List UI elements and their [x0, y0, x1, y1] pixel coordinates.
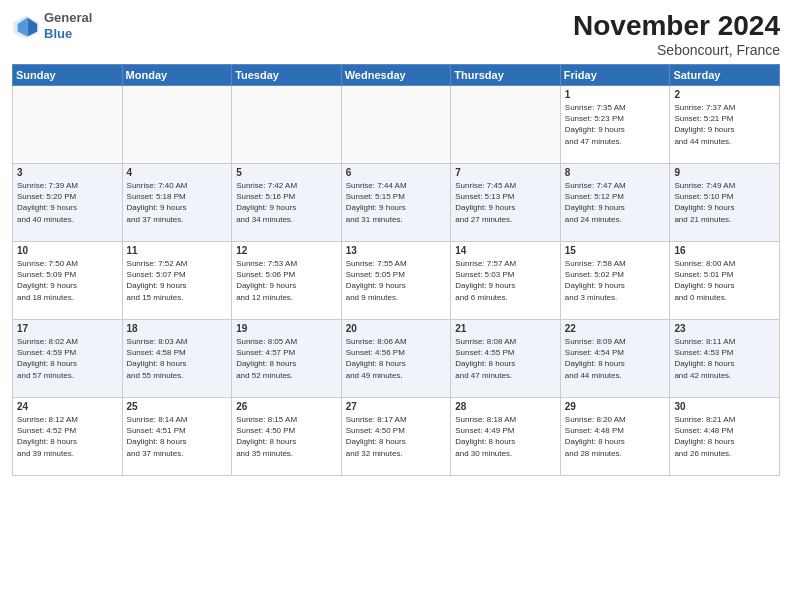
weekday-header: Wednesday — [341, 65, 451, 86]
calendar-cell: 19Sunrise: 8:05 AM Sunset: 4:57 PM Dayli… — [232, 320, 342, 398]
day-info: Sunrise: 8:15 AM Sunset: 4:50 PM Dayligh… — [236, 414, 337, 459]
day-number: 9 — [674, 167, 775, 178]
day-info: Sunrise: 7:37 AM Sunset: 5:21 PM Dayligh… — [674, 102, 775, 147]
calendar-cell: 6Sunrise: 7:44 AM Sunset: 5:15 PM Daylig… — [341, 164, 451, 242]
weekday-header: Friday — [560, 65, 670, 86]
day-info: Sunrise: 7:55 AM Sunset: 5:05 PM Dayligh… — [346, 258, 447, 303]
day-number: 12 — [236, 245, 337, 256]
day-number: 1 — [565, 89, 666, 100]
day-number: 27 — [346, 401, 447, 412]
weekday-header: Saturday — [670, 65, 780, 86]
day-info: Sunrise: 8:02 AM Sunset: 4:59 PM Dayligh… — [17, 336, 118, 381]
day-info: Sunrise: 7:47 AM Sunset: 5:12 PM Dayligh… — [565, 180, 666, 225]
day-info: Sunrise: 8:17 AM Sunset: 4:50 PM Dayligh… — [346, 414, 447, 459]
day-number: 2 — [674, 89, 775, 100]
day-info: Sunrise: 8:03 AM Sunset: 4:58 PM Dayligh… — [127, 336, 228, 381]
day-info: Sunrise: 7:42 AM Sunset: 5:16 PM Dayligh… — [236, 180, 337, 225]
calendar-cell: 29Sunrise: 8:20 AM Sunset: 4:48 PM Dayli… — [560, 398, 670, 476]
day-number: 14 — [455, 245, 556, 256]
calendar-cell: 8Sunrise: 7:47 AM Sunset: 5:12 PM Daylig… — [560, 164, 670, 242]
day-info: Sunrise: 8:08 AM Sunset: 4:55 PM Dayligh… — [455, 336, 556, 381]
calendar-cell: 2Sunrise: 7:37 AM Sunset: 5:21 PM Daylig… — [670, 86, 780, 164]
calendar-cell: 18Sunrise: 8:03 AM Sunset: 4:58 PM Dayli… — [122, 320, 232, 398]
calendar-cell: 7Sunrise: 7:45 AM Sunset: 5:13 PM Daylig… — [451, 164, 561, 242]
day-info: Sunrise: 8:06 AM Sunset: 4:56 PM Dayligh… — [346, 336, 447, 381]
day-number: 28 — [455, 401, 556, 412]
calendar-cell: 26Sunrise: 8:15 AM Sunset: 4:50 PM Dayli… — [232, 398, 342, 476]
title-block: November 2024 Seboncourt, France — [573, 10, 780, 58]
calendar-table: SundayMondayTuesdayWednesdayThursdayFrid… — [12, 64, 780, 476]
day-info: Sunrise: 8:12 AM Sunset: 4:52 PM Dayligh… — [17, 414, 118, 459]
calendar-cell: 5Sunrise: 7:42 AM Sunset: 5:16 PM Daylig… — [232, 164, 342, 242]
day-info: Sunrise: 7:52 AM Sunset: 5:07 PM Dayligh… — [127, 258, 228, 303]
logo-blue: Blue — [44, 26, 72, 41]
day-number: 13 — [346, 245, 447, 256]
day-number: 23 — [674, 323, 775, 334]
day-number: 15 — [565, 245, 666, 256]
day-info: Sunrise: 7:57 AM Sunset: 5:03 PM Dayligh… — [455, 258, 556, 303]
calendar-cell — [451, 86, 561, 164]
day-number: 7 — [455, 167, 556, 178]
page-header: General Blue November 2024 Seboncourt, F… — [12, 10, 780, 58]
day-info: Sunrise: 8:14 AM Sunset: 4:51 PM Dayligh… — [127, 414, 228, 459]
day-number: 16 — [674, 245, 775, 256]
day-number: 22 — [565, 323, 666, 334]
calendar-cell: 27Sunrise: 8:17 AM Sunset: 4:50 PM Dayli… — [341, 398, 451, 476]
day-number: 4 — [127, 167, 228, 178]
calendar-cell: 21Sunrise: 8:08 AM Sunset: 4:55 PM Dayli… — [451, 320, 561, 398]
calendar-cell — [232, 86, 342, 164]
calendar-cell: 12Sunrise: 7:53 AM Sunset: 5:06 PM Dayli… — [232, 242, 342, 320]
day-info: Sunrise: 8:20 AM Sunset: 4:48 PM Dayligh… — [565, 414, 666, 459]
day-info: Sunrise: 8:05 AM Sunset: 4:57 PM Dayligh… — [236, 336, 337, 381]
day-number: 19 — [236, 323, 337, 334]
calendar-cell — [13, 86, 123, 164]
calendar-cell: 10Sunrise: 7:50 AM Sunset: 5:09 PM Dayli… — [13, 242, 123, 320]
day-info: Sunrise: 7:49 AM Sunset: 5:10 PM Dayligh… — [674, 180, 775, 225]
day-number: 5 — [236, 167, 337, 178]
calendar-week-row: 17Sunrise: 8:02 AM Sunset: 4:59 PM Dayli… — [13, 320, 780, 398]
logo-text: General Blue — [44, 10, 92, 41]
calendar-cell: 23Sunrise: 8:11 AM Sunset: 4:53 PM Dayli… — [670, 320, 780, 398]
day-number: 3 — [17, 167, 118, 178]
day-info: Sunrise: 8:21 AM Sunset: 4:48 PM Dayligh… — [674, 414, 775, 459]
calendar-week-row: 3Sunrise: 7:39 AM Sunset: 5:20 PM Daylig… — [13, 164, 780, 242]
calendar-week-row: 1Sunrise: 7:35 AM Sunset: 5:23 PM Daylig… — [13, 86, 780, 164]
day-info: Sunrise: 7:40 AM Sunset: 5:18 PM Dayligh… — [127, 180, 228, 225]
day-number: 25 — [127, 401, 228, 412]
calendar-cell: 13Sunrise: 7:55 AM Sunset: 5:05 PM Dayli… — [341, 242, 451, 320]
weekday-header: Thursday — [451, 65, 561, 86]
logo: General Blue — [12, 10, 92, 41]
day-number: 21 — [455, 323, 556, 334]
day-number: 29 — [565, 401, 666, 412]
day-number: 10 — [17, 245, 118, 256]
calendar-cell: 9Sunrise: 7:49 AM Sunset: 5:10 PM Daylig… — [670, 164, 780, 242]
day-info: Sunrise: 7:53 AM Sunset: 5:06 PM Dayligh… — [236, 258, 337, 303]
weekday-header: Sunday — [13, 65, 123, 86]
day-info: Sunrise: 8:09 AM Sunset: 4:54 PM Dayligh… — [565, 336, 666, 381]
day-info: Sunrise: 7:50 AM Sunset: 5:09 PM Dayligh… — [17, 258, 118, 303]
calendar-cell: 14Sunrise: 7:57 AM Sunset: 5:03 PM Dayli… — [451, 242, 561, 320]
location-subtitle: Seboncourt, France — [573, 42, 780, 58]
day-number: 11 — [127, 245, 228, 256]
logo-icon — [12, 12, 40, 40]
day-info: Sunrise: 7:39 AM Sunset: 5:20 PM Dayligh… — [17, 180, 118, 225]
calendar-cell: 11Sunrise: 7:52 AM Sunset: 5:07 PM Dayli… — [122, 242, 232, 320]
day-info: Sunrise: 8:18 AM Sunset: 4:49 PM Dayligh… — [455, 414, 556, 459]
month-title: November 2024 — [573, 10, 780, 42]
calendar-cell: 28Sunrise: 8:18 AM Sunset: 4:49 PM Dayli… — [451, 398, 561, 476]
calendar-header-row: SundayMondayTuesdayWednesdayThursdayFrid… — [13, 65, 780, 86]
day-number: 30 — [674, 401, 775, 412]
calendar-cell: 4Sunrise: 7:40 AM Sunset: 5:18 PM Daylig… — [122, 164, 232, 242]
day-info: Sunrise: 7:45 AM Sunset: 5:13 PM Dayligh… — [455, 180, 556, 225]
calendar-cell: 22Sunrise: 8:09 AM Sunset: 4:54 PM Dayli… — [560, 320, 670, 398]
day-info: Sunrise: 8:11 AM Sunset: 4:53 PM Dayligh… — [674, 336, 775, 381]
calendar-cell: 25Sunrise: 8:14 AM Sunset: 4:51 PM Dayli… — [122, 398, 232, 476]
day-number: 26 — [236, 401, 337, 412]
day-number: 20 — [346, 323, 447, 334]
weekday-header: Tuesday — [232, 65, 342, 86]
logo-general: General — [44, 10, 92, 25]
day-info: Sunrise: 7:35 AM Sunset: 5:23 PM Dayligh… — [565, 102, 666, 147]
calendar-cell — [122, 86, 232, 164]
calendar-cell: 20Sunrise: 8:06 AM Sunset: 4:56 PM Dayli… — [341, 320, 451, 398]
calendar-week-row: 10Sunrise: 7:50 AM Sunset: 5:09 PM Dayli… — [13, 242, 780, 320]
